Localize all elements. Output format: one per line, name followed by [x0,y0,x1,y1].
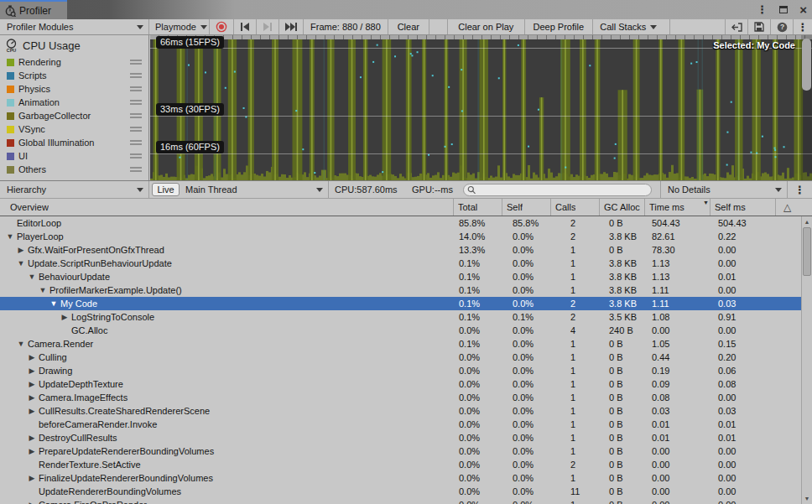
column-divider[interactable] [502,199,502,216]
search-field[interactable] [463,184,652,196]
table-row[interactable]: RenderTexture.SetActive0.0%0.0%20 B0.000… [0,458,801,471]
thread-dropdown[interactable]: Main Thread [181,181,329,198]
legend-item-ui[interactable]: UI [0,149,148,163]
column-divider[interactable] [775,199,776,216]
table-row[interactable]: ▶CullResults.CreateSharedRendererScene0.… [0,404,801,418]
details-dropdown[interactable]: No Details [661,181,787,198]
search-input[interactable] [476,184,651,195]
column-self-ms[interactable]: Self ms [715,202,746,212]
column-total[interactable]: Total [458,202,477,212]
table-row[interactable]: ▶Drawing0.0%0.0%10 B0.190.06 [0,364,801,377]
foldout-closed-icon[interactable]: ▶ [60,313,70,321]
drag-handle-icon[interactable] [130,127,142,132]
deep-profile-button[interactable]: Deep Profile [525,19,593,34]
drag-handle-icon[interactable] [130,86,142,91]
column-divider[interactable] [453,199,454,216]
table-row[interactable]: ▶LogStringToConsole0.1%0.1%23.5 KB1.080.… [0,310,801,324]
table-row[interactable]: ▶PrepareUpdateRendererBoundingVolumes0.0… [0,444,801,458]
drag-handle-icon[interactable] [130,140,142,145]
foldout-open-icon[interactable]: ▼ [49,299,59,308]
table-scrollbar-thumb[interactable] [803,227,811,276]
drag-handle-icon[interactable] [130,73,142,78]
legend-item-vsync[interactable]: VSync [0,122,148,136]
legend-item-scripts[interactable]: Scripts [0,69,148,82]
first-frame-button[interactable] [234,19,257,34]
close-icon[interactable]: × [799,3,807,16]
hierarchy-menu-button[interactable]: ⋮ [788,181,812,198]
column-divider[interactable] [710,199,710,216]
table-row[interactable]: ▶Culling0.0%0.0%10 B0.440.20 [0,351,801,364]
foldout-closed-icon[interactable]: ▶ [27,501,37,504]
column-gc-alloc[interactable]: GC Alloc [604,202,643,212]
warnings-column-icon[interactable]: △ [783,201,791,213]
table-row[interactable]: ▼ProfilerMarkerExample.Update()0.1%0.0%1… [0,283,801,297]
tab-profiler[interactable]: Profiler [0,0,67,19]
legend-item-physics[interactable]: Physics [0,82,148,96]
table-row[interactable]: ▼BehaviourUpdate0.1%0.0%13.8 KB1.130.01 [0,270,801,283]
playmode-dropdown[interactable]: Playmode [149,19,210,34]
foldout-open-icon[interactable]: ▼ [16,340,26,348]
call-stacks-dropdown[interactable]: Call Stacks [593,19,670,34]
table-row[interactable]: ▶UpdateDepthTexture0.0%0.0%10 B0.090.08 [0,377,801,391]
load-profile-button[interactable] [726,19,748,34]
column-divider[interactable] [599,199,600,216]
column-self[interactable]: Self [507,202,523,212]
foldout-closed-icon[interactable]: ▶ [27,366,37,375]
legend-item-rendering[interactable]: Rendering [0,55,148,69]
column-overview[interactable]: Overview [10,202,49,212]
foldout-open-icon[interactable]: ▼ [5,232,15,241]
live-toggle-button[interactable]: Live [152,183,180,196]
foldout-open-icon[interactable]: ▼ [27,273,37,281]
table-row[interactable]: ▶Camera.FireOnPreRender0.0%0.0%10 B0.000… [0,498,801,504]
table-row[interactable]: ▼My Code0.1%0.0%23.8 KB1.110.03 [0,297,801,310]
drag-handle-icon[interactable] [130,60,142,65]
legend-item-animation[interactable]: Animation [0,96,148,109]
table-scrollbar[interactable]: ▲ ▼ [801,216,812,504]
table-row[interactable]: ▼Update.ScriptRunBehaviourUpdate0.1%0.0%… [0,257,801,270]
drag-handle-icon[interactable] [130,167,142,172]
drag-handle-icon[interactable] [130,100,142,105]
maximize-icon[interactable] [779,6,788,13]
foldout-closed-icon[interactable]: ▶ [27,434,37,442]
legend-item-garbagecollector[interactable]: GarbageCollector [0,109,148,122]
column-calls[interactable]: Calls [555,202,575,212]
drag-handle-icon[interactable] [130,113,142,118]
view-mode-dropdown[interactable]: Hierarchy [0,181,149,198]
clear-on-play-button[interactable]: Clear on Play [448,19,525,34]
drag-handle-icon[interactable] [130,153,142,158]
current-frame-button[interactable] [279,19,304,34]
foldout-closed-icon[interactable]: ▶ [27,353,37,361]
foldout-closed-icon[interactable]: ▶ [16,246,26,254]
table-row[interactable]: ▶Gfx.WaitForPresentOnGfxThread13.3%0.0%1… [0,243,801,257]
save-profile-button[interactable] [748,19,771,34]
foldout-open-icon[interactable]: ▼ [16,259,26,268]
legend-item-others[interactable]: Others [0,163,148,176]
foldout-closed-icon[interactable]: ▶ [27,393,37,402]
table-row[interactable]: ▶Camera.ImageEffects0.0%0.0%10 B0.080.00 [0,391,801,404]
record-button[interactable] [210,19,234,34]
clear-button[interactable]: Clear [388,19,429,34]
table-row[interactable]: ▼Camera.Render0.1%0.0%10 B1.050.15 [0,337,801,351]
table-row[interactable]: ▼PlayerLoop14.0%0.0%23.8 KB82.610.22 [0,230,801,243]
table-row[interactable]: beforeCameraRender.Invoke0.0%0.0%10 B0.0… [0,418,801,431]
column-time-ms[interactable]: Time ms [649,202,684,212]
foldout-closed-icon[interactable]: ▶ [27,474,37,482]
foldout-closed-icon[interactable]: ▶ [27,407,37,415]
next-frame-button[interactable] [257,19,279,34]
foldout-open-icon[interactable]: ▼ [38,286,48,294]
column-divider[interactable] [644,199,645,216]
scroll-up-icon[interactable]: ▲ [802,219,812,225]
help-button[interactable]: ? [771,19,794,34]
cpu-usage-module-header[interactable]: CPU CPU Usage [0,35,148,55]
table-row[interactable]: UpdateRendererBoundingVolumes0.0%0.0%110… [0,485,801,498]
toolbar-menu-button[interactable]: ⋮ [794,19,812,34]
legend-item-global-illumination[interactable]: Global Illumination [0,136,148,149]
chart-frame-ruler[interactable] [150,35,812,39]
profiler-modules-dropdown[interactable]: Profiler Modules [0,19,149,34]
foldout-closed-icon[interactable]: ▶ [27,380,37,388]
cpu-chart[interactable]: 66ms (15FPS) 33ms (30FPS) 16ms (60FPS) S… [150,35,812,180]
chart-scrollbar-thumb[interactable] [802,39,811,91]
column-divider[interactable] [550,199,551,216]
chart-scrollbar[interactable] [801,35,812,180]
foldout-closed-icon[interactable]: ▶ [27,447,37,455]
